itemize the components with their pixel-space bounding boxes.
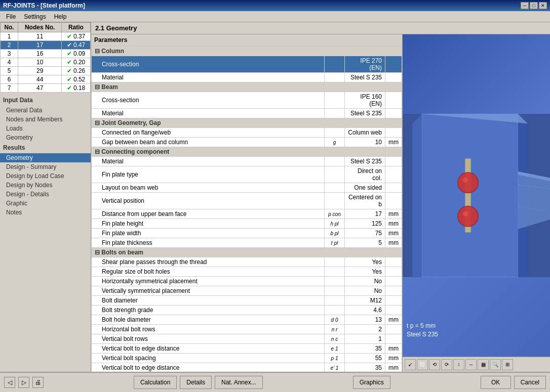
view-tool-zoom[interactable]: 🔍 (490, 359, 501, 370)
params-row: Distance from upper beam face p con 17 m… (92, 209, 402, 219)
btn-back[interactable]: ◁ (4, 377, 15, 388)
param-unit: mm (385, 229, 402, 238)
param-symbol: e 1 (325, 344, 345, 354)
param-symbol (325, 56, 345, 73)
maximize-button[interactable]: □ (530, 2, 538, 9)
details-button[interactable]: Details (180, 376, 212, 389)
nav-design-nodes[interactable]: Design by Nodes (0, 181, 91, 190)
param-unit (385, 296, 402, 306)
param-unit (385, 157, 402, 166)
params-row: Vertical bolt to edge distance e' 1 35 m… (92, 363, 402, 372)
param-value: 75 (345, 229, 385, 238)
params-section-header: ⊟ Column (92, 47, 402, 56)
params-section-header: ⊟ Bolts on beam (92, 248, 402, 257)
title-bar: RF-JOINTS - [Steel platform] ─ □ ✕ (0, 0, 550, 11)
table-row[interactable]: 7 47 ✔ 0.18 (1, 84, 91, 93)
graphics-button[interactable]: Graphics (353, 376, 390, 389)
nav-loads[interactable]: Loads (0, 124, 91, 133)
node-table: No. Nodes No. Ratio 1 11 ✔ 0.37 2 17 ✔ 0… (0, 22, 91, 93)
params-row: Vertical bolt rows n c 1 (92, 334, 402, 344)
3d-view-svg (403, 34, 550, 357)
cell-no: 5 (1, 67, 18, 75)
cell-ratio: ✔ 0.37 (61, 32, 90, 41)
cell-no: 4 (1, 58, 18, 67)
close-button[interactable]: ✕ (539, 2, 547, 9)
check-icon: ✔ (67, 41, 72, 49)
menu-settings[interactable]: Settings (20, 12, 50, 21)
cell-ratio: ✔ 0.18 (61, 84, 90, 93)
param-label: Vertical bolt rows (92, 334, 325, 344)
nav-design-load-case[interactable]: Design by Load Case (0, 171, 91, 181)
param-unit: mm (385, 344, 402, 354)
view-tool-flip-z[interactable]: ↔ (465, 359, 477, 370)
svg-point-17 (463, 211, 468, 216)
param-symbol: t pl (325, 238, 345, 248)
left-panel: No. Nodes No. Ratio 1 11 ✔ 0.37 2 17 ✔ 0… (0, 22, 91, 372)
table-row[interactable]: 4 10 ✔ 0.20 (1, 58, 91, 67)
view-label-line1: t p = 5 mm (407, 322, 438, 330)
params-row: Vertical bolt spacing p 1 55 mm (92, 354, 402, 363)
nav-design-details[interactable]: Design - Details (0, 190, 91, 199)
nat-annex-button[interactable]: Nat. Annex... (215, 376, 263, 389)
btn-print[interactable]: 🖨 (32, 377, 44, 388)
params-row: Bolt diameter M12 (92, 296, 402, 306)
param-value: Yes (345, 267, 385, 277)
param-label: Material (92, 157, 325, 166)
cell-node: 17 (18, 41, 61, 50)
param-symbol: d 0 (325, 315, 345, 325)
view-tool-grid[interactable]: ▦ (478, 359, 489, 370)
nav-design-summary[interactable]: Design - Summary (0, 162, 91, 171)
param-label: Vertical bolt to edge distance (92, 363, 325, 372)
param-symbol (325, 267, 345, 277)
param-label: Material (92, 73, 325, 82)
menu-help[interactable]: Help (50, 12, 71, 21)
content-title: 2.1 Geometry (91, 22, 550, 34)
menu-file[interactable]: File (2, 12, 20, 21)
window-controls: ─ □ ✕ (521, 2, 547, 9)
nav-results-geometry[interactable]: Geometry (0, 153, 91, 162)
nav-nodes-members[interactable]: Nodes and Members (0, 115, 91, 124)
view-tool-rotate-y[interactable]: ⟳ (441, 359, 452, 370)
params-header: Parameters (91, 34, 402, 46)
view-tool-front[interactable]: ⬜ (417, 359, 428, 370)
param-value: One sided (345, 183, 385, 193)
cancel-button[interactable]: Cancel (514, 376, 546, 389)
check-icon: ✔ (67, 50, 72, 57)
nav-geometry-input[interactable]: Geometry (0, 133, 91, 142)
param-value: 17 (345, 209, 385, 219)
param-label: Bolt diameter (92, 296, 325, 306)
check-icon: ✔ (67, 33, 72, 40)
table-row[interactable]: 1 11 ✔ 0.37 (1, 32, 91, 41)
table-row[interactable]: 6 44 ✔ 0.52 (1, 75, 91, 84)
view-tool-flip-y[interactable]: ↕ (453, 359, 464, 370)
calculation-button[interactable]: Calculation (134, 376, 177, 389)
view-tool-view[interactable]: ⊞ (502, 359, 513, 370)
btn-forward[interactable]: ▷ (18, 377, 29, 388)
table-row[interactable]: 5 29 ✔ 0.26 (1, 67, 91, 75)
ok-button[interactable]: OK (481, 376, 511, 389)
param-unit: mm (385, 363, 402, 372)
param-value: Direct on col. (345, 166, 385, 183)
view-tool-fit[interactable]: ↙ (405, 359, 416, 370)
param-value: 1 (345, 334, 385, 344)
table-row[interactable]: 2 17 ✔ 0.47 (1, 41, 91, 50)
param-symbol (325, 193, 345, 209)
nav-input-label: Input Data (0, 95, 91, 106)
table-row[interactable]: 3 16 ✔ 0.09 (1, 50, 91, 58)
cell-no: 1 (1, 32, 18, 41)
3d-canvas: t p = 5 mm Steel S 235 (403, 34, 550, 357)
check-icon: ✔ (67, 84, 72, 92)
nav-notes[interactable]: Notes (0, 208, 91, 217)
param-unit (385, 286, 402, 296)
params-row: Fin plate width b pl 75 mm (92, 229, 402, 238)
cell-ratio: ✔ 0.52 (61, 75, 90, 84)
param-unit (385, 334, 402, 344)
nav-general-data[interactable]: General Data (0, 106, 91, 115)
view-tool-rotate-x[interactable]: ⟲ (429, 359, 440, 370)
params-row: Connected on flange/web Column web (92, 128, 402, 138)
col-nodes: Nodes No. (18, 23, 61, 32)
param-label: Cross-section (92, 56, 325, 73)
nav-graphic[interactable]: Graphic (0, 199, 91, 208)
minimize-button[interactable]: ─ (521, 2, 529, 9)
cell-no: 6 (1, 75, 18, 84)
